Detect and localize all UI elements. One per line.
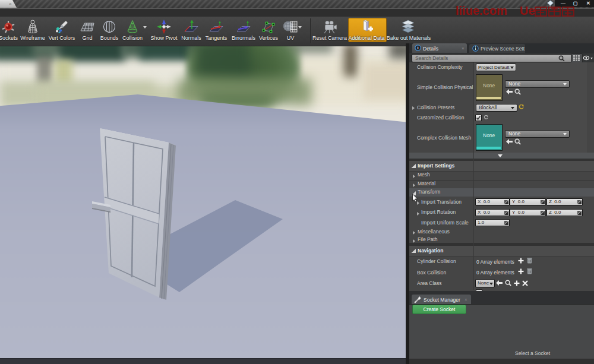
svg-text:i: i	[475, 46, 476, 51]
svg-text:liiue.com: liiue.com	[456, 5, 507, 17]
svg-text:Ue: Ue	[520, 5, 535, 17]
svg-text:i: i	[417, 45, 418, 50]
